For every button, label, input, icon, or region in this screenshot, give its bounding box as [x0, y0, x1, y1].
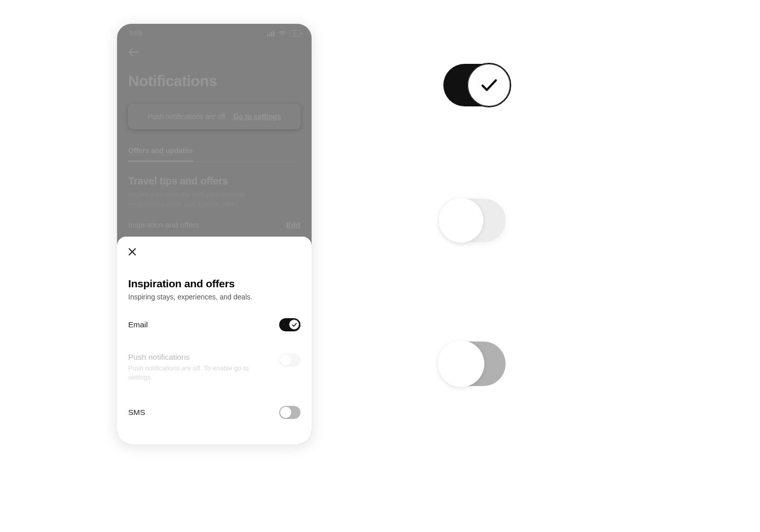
option-label-sms: SMS [128, 408, 145, 417]
toggle-sms[interactable] [279, 406, 300, 419]
toggle-push [279, 354, 300, 367]
option-label-email: Email [128, 320, 148, 329]
close-icon[interactable] [128, 248, 300, 258]
option-row-email: Email [128, 318, 300, 331]
large-toggle-off-light[interactable] [440, 199, 506, 242]
phone-frame: 9:59 51 [117, 24, 312, 444]
option-row-sms: SMS [128, 406, 300, 419]
option-label-push: Push notifications [128, 353, 250, 362]
large-toggle-on[interactable] [443, 64, 509, 106]
option-row-push: Push notifications Push notifications ar… [128, 353, 300, 382]
large-toggle-off-mid[interactable] [439, 341, 506, 386]
sheet-title: Inspiration and offers [128, 278, 300, 290]
bottom-sheet: Inspiration and offers Inspiring stays, … [117, 237, 312, 444]
sheet-subtitle: Inspiring stays, experiences, and deals. [128, 293, 300, 301]
toggle-email[interactable] [279, 318, 300, 331]
option-desc-push: Push notifications are off. To enable go… [128, 364, 250, 382]
